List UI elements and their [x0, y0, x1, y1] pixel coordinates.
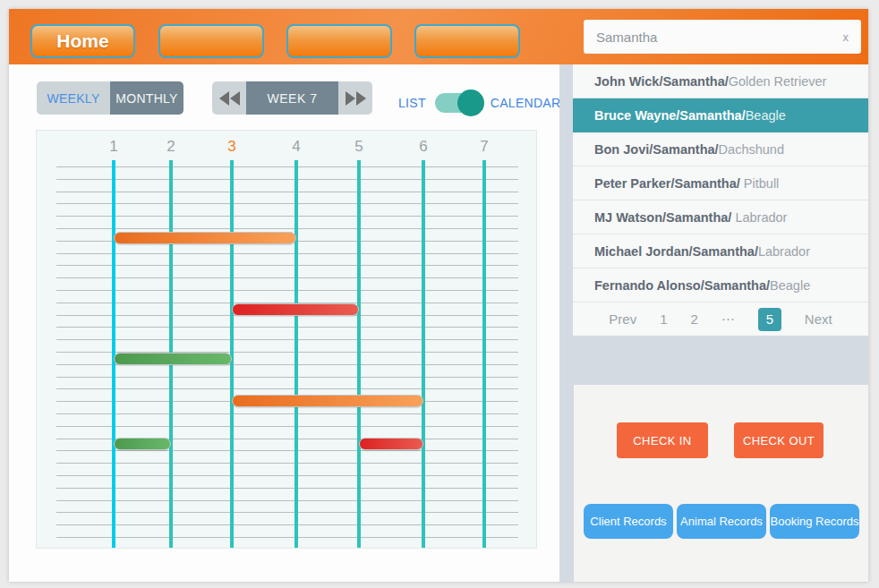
booking-bar-orange[interactable]: [114, 232, 296, 244]
gridline: [56, 277, 518, 278]
search-box: x: [584, 20, 861, 54]
booking-bar-green[interactable]: [114, 353, 232, 365]
animal-records-button[interactable]: Animal Records: [677, 504, 766, 539]
owner-text: Bruce Wayne/Samantha/: [594, 108, 746, 123]
gridline: [56, 450, 518, 451]
pane-divider: [559, 64, 574, 582]
gridline: [56, 339, 518, 340]
nav-button-blank[interactable]: [414, 24, 520, 58]
nav-button-blank[interactable]: [158, 24, 264, 58]
gridline: [56, 377, 518, 378]
booking-list-item[interactable]: Bruce Wayne/Samantha/Beagle: [573, 98, 868, 132]
gridline: [56, 512, 518, 513]
right-panel-gap: [573, 336, 868, 385]
breed-text: Pitbull: [740, 176, 780, 191]
day-label-6[interactable]: 6: [410, 138, 437, 156]
client-records-button[interactable]: Client Records: [584, 504, 673, 539]
day-line-3: [230, 160, 234, 548]
nav-button-home[interactable]: Home: [30, 24, 135, 58]
action-panel: CHECK IN CHECK OUT Client RecordsAnimal …: [574, 385, 868, 582]
booking-list-item[interactable]: Michael Jordan/Samantha/Labrador: [573, 234, 868, 268]
view-mode-switch[interactable]: [435, 93, 482, 113]
gridline: [56, 388, 518, 389]
list-label: LIST: [398, 96, 426, 110]
booking-list: John Wick/Samantha/Golden RetrieverBruce…: [573, 64, 868, 303]
booking-bar-green[interactable]: [114, 438, 171, 450]
gridline: [56, 253, 518, 254]
booking-gantt-chart: 1234567: [36, 130, 537, 549]
gridline: [56, 426, 518, 427]
pagination-prev[interactable]: Prev: [609, 311, 636, 327]
day-label-1[interactable]: 1: [100, 138, 127, 156]
next-week-button[interactable]: [338, 81, 372, 115]
pagination-page-2[interactable]: 2: [691, 311, 698, 327]
double-right-arrow-icon: [356, 91, 366, 106]
owner-text: John Wick/Samantha/: [594, 74, 729, 89]
week-navigation: WEEK 7: [212, 81, 372, 115]
search-input[interactable]: [584, 30, 831, 45]
gridline: [56, 290, 518, 291]
booking-list-item[interactable]: Bon Jovi/Samantha/Dachshund: [573, 132, 868, 166]
booking-bar-red[interactable]: [232, 303, 359, 316]
day-label-7[interactable]: 7: [471, 138, 498, 156]
gridline: [56, 537, 518, 538]
pagination-ellipsis: ⋯: [721, 311, 735, 328]
breed-text: Labrador: [731, 210, 787, 225]
check-out-button[interactable]: CHECK OUT: [734, 422, 824, 458]
breed-text: Beagle: [746, 108, 786, 123]
weekly-button[interactable]: WEEKLY: [37, 81, 110, 115]
gridline: [56, 166, 518, 167]
day-line-4: [294, 160, 298, 548]
booking-bar-red[interactable]: [359, 438, 423, 450]
day-label-2[interactable]: 2: [158, 138, 184, 156]
owner-text: Bon Jovi/Samantha/: [594, 142, 719, 157]
booking-list-item[interactable]: Peter Parker/Samantha/ Pitbull: [573, 166, 868, 200]
list-calendar-toggle: LIST CALENDAR: [398, 89, 560, 116]
breed-text: Beagle: [770, 278, 810, 293]
gridline: [56, 488, 518, 489]
nav-button-blank[interactable]: [286, 24, 392, 58]
booking-list-item[interactable]: John Wick/Samantha/Golden Retriever: [573, 64, 868, 98]
booking-list-item[interactable]: MJ Watson/Samantha/ Labrador: [573, 200, 868, 234]
pagination: Prev12⋯5Next: [573, 303, 868, 336]
day-line-5: [357, 160, 361, 548]
pagination-page-5[interactable]: 5: [758, 308, 781, 331]
breed-text: Dachshund: [719, 142, 784, 157]
double-left-arrow-icon: [230, 91, 240, 106]
app-window: Home x WEEKLY MONTHLY WEEK 7 LIST CALEND…: [9, 9, 868, 582]
breed-text: Golden Retriever: [729, 74, 827, 89]
booking-list-item[interactable]: Fernando Alonso/Samantha/Beagle: [573, 268, 868, 303]
owner-text: Peter Parker/Samantha/: [594, 176, 740, 191]
double-right-arrow-icon: [346, 91, 355, 106]
calendar-label: CALENDAR: [491, 96, 561, 110]
top-header: Home x: [9, 9, 868, 64]
gridline: [56, 327, 518, 328]
gridline: [56, 463, 518, 464]
previous-week-button[interactable]: [212, 81, 246, 115]
gridline: [56, 179, 518, 180]
double-left-arrow-icon: [219, 91, 229, 106]
check-in-button[interactable]: CHECK IN: [617, 422, 708, 458]
week-label: WEEK 7: [246, 81, 338, 115]
gridline: [56, 265, 518, 266]
gridline: [56, 524, 518, 525]
day-label-4[interactable]: 4: [283, 138, 310, 156]
pagination-page-1[interactable]: 1: [660, 311, 667, 327]
owner-text: MJ Watson/Samantha/: [594, 210, 731, 225]
gridline: [56, 192, 518, 192]
day-label-3[interactable]: 3: [218, 138, 245, 156]
clear-search-icon[interactable]: x: [831, 30, 862, 44]
gridline: [56, 413, 518, 414]
gridline: [56, 475, 518, 476]
monthly-button[interactable]: MONTHLY: [110, 81, 183, 115]
owner-text: Fernando Alonso/Samantha/: [594, 278, 770, 293]
breed-text: Labrador: [758, 244, 810, 259]
booking-records-button[interactable]: Booking Records: [770, 504, 859, 539]
day-label-5[interactable]: 5: [346, 138, 372, 156]
pagination-next[interactable]: Next: [805, 311, 832, 327]
booking-bar-orange[interactable]: [232, 395, 423, 407]
switch-knob: [457, 89, 484, 116]
day-line-7: [482, 160, 486, 548]
owner-text: Michael Jordan/Samantha/: [594, 244, 758, 259]
day-line-6: [422, 160, 425, 548]
